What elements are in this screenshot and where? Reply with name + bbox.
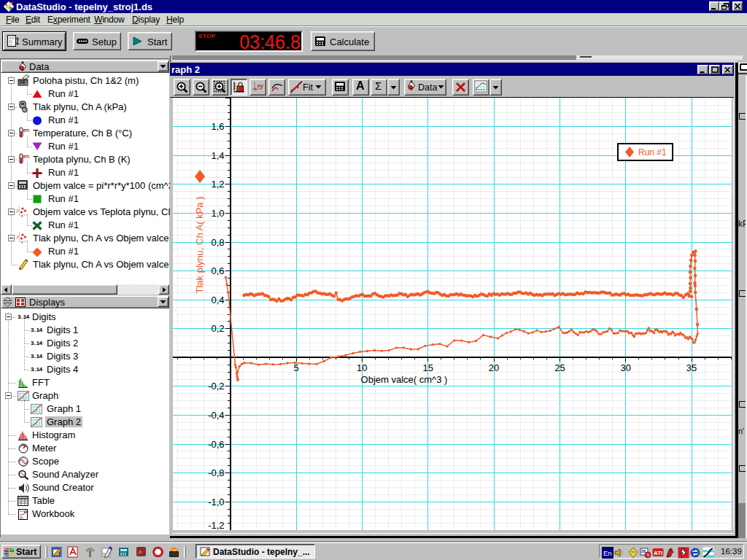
svg-text:s: s: [103, 551, 105, 556]
svg-text:30: 30: [620, 362, 630, 373]
svg-text:-0,4: -0,4: [208, 410, 224, 421]
svg-text:0,6: 0,6: [212, 265, 225, 276]
svg-text:0,2: 0,2: [212, 323, 225, 334]
svg-text:x: x: [21, 240, 23, 244]
svg-text:0,4: 0,4: [212, 295, 225, 306]
svg-text:10: 10: [357, 362, 367, 373]
svg-text:1,4: 1,4: [212, 150, 225, 161]
svg-text:Objem valce( cm^3 ): Objem valce( cm^3 ): [361, 374, 448, 385]
svg-text:-0,2: -0,2: [208, 381, 224, 392]
svg-text:20: 20: [489, 362, 499, 373]
svg-text:RTD: RTD: [23, 128, 29, 133]
svg-text:y: y: [17, 208, 19, 212]
svg-text:15: 15: [422, 362, 433, 373]
svg-text:-0,8: -0,8: [208, 467, 224, 478]
svg-text:y: y: [17, 234, 19, 238]
svg-text:Tlak plynu, Ch A( kPa ): Tlak plynu, Ch A( kPa ): [194, 197, 205, 294]
svg-text:-1,0: -1,0: [208, 497, 224, 508]
svg-text:1,2: 1,2: [212, 179, 225, 190]
svg-text:Run #1: Run #1: [638, 147, 667, 158]
svg-text:xy: xy: [258, 82, 264, 89]
svg-text:RTD: RTD: [23, 155, 29, 159]
svg-text:1,6: 1,6: [212, 121, 225, 132]
svg-text:-0,6: -0,6: [208, 439, 224, 450]
svg-text:25: 25: [554, 362, 565, 373]
svg-text:En: En: [603, 549, 612, 557]
svg-text:ATI: ATI: [654, 550, 662, 556]
svg-text:0,8: 0,8: [212, 237, 225, 248]
svg-text:1,0: 1,0: [212, 208, 225, 219]
svg-text:5: 5: [293, 362, 298, 373]
svg-text:35: 35: [686, 362, 697, 373]
svg-text:x: x: [21, 214, 23, 217]
svg-text:-1,2: -1,2: [208, 520, 224, 530]
